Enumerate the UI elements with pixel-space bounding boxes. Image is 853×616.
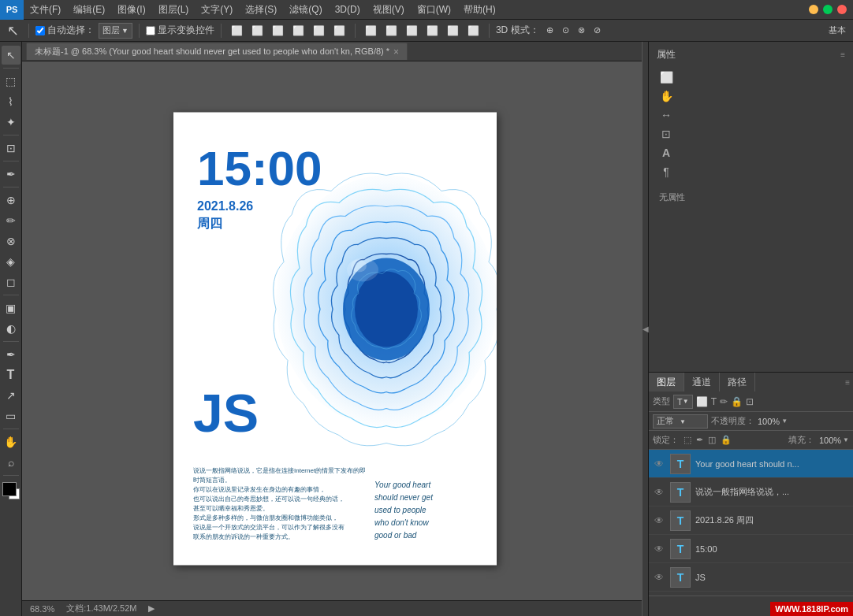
align-left[interactable]: ⬜ — [228, 22, 246, 39]
auto-select-checkbox[interactable]: 自动选择： — [35, 24, 95, 37]
dist-4[interactable]: ⬜ — [423, 22, 441, 39]
layer-item-4[interactable]: 👁 T JS — [649, 563, 853, 592]
right-tool-3[interactable]: ↔ — [657, 106, 676, 124]
align-bottom[interactable]: ⬜ — [330, 22, 348, 39]
menu-layer[interactable]: 图层(L) — [152, 0, 196, 19]
lock-all-btn[interactable]: 🔒 — [721, 435, 732, 445]
dist-6[interactable]: ⬜ — [464, 22, 482, 39]
auto-select-check[interactable] — [35, 26, 45, 35]
right-tool-para[interactable]: ¶ — [657, 162, 676, 181]
right-tool-text[interactable]: A — [657, 143, 676, 162]
properties-menu-icon[interactable]: ≡ — [840, 50, 845, 59]
tool-pen[interactable]: ✒ — [2, 345, 20, 364]
tool-clone[interactable]: ⊗ — [2, 232, 20, 250]
right-tool-2[interactable]: ✋ — [657, 87, 676, 106]
filter-icon-2[interactable]: T — [711, 396, 717, 407]
dist-2[interactable]: ⬜ — [382, 22, 400, 39]
3d-2[interactable]: ⊙ — [559, 22, 572, 39]
3d-1[interactable]: ⊕ — [543, 22, 557, 39]
align-top[interactable]: ⬜ — [289, 22, 307, 39]
tool-text[interactable]: T — [2, 366, 20, 384]
basic-button[interactable]: 基本 — [825, 22, 849, 39]
menu-image[interactable]: 图像(I) — [111, 0, 151, 19]
layer-eye-4[interactable]: 👁 — [653, 572, 665, 583]
tool-dodge[interactable]: ◐ — [2, 319, 20, 338]
show-transform-checkbox[interactable]: 显示变换控件 — [146, 24, 214, 37]
window-close[interactable] — [837, 5, 847, 14]
window-maximize[interactable] — [823, 5, 833, 14]
menu-help[interactable]: 帮助(H) — [457, 0, 502, 19]
filter-icon-1[interactable]: ⬜ — [696, 396, 708, 407]
tool-gradient[interactable]: ▣ — [2, 299, 20, 317]
foreground-color[interactable] — [2, 482, 20, 499]
status-arrow[interactable]: ▶ — [148, 603, 155, 614]
right-tool-1[interactable]: ⬜ — [657, 68, 676, 87]
menu-select[interactable]: 选择(S) — [239, 0, 283, 19]
opacity-control[interactable]: 100% ▼ — [758, 417, 788, 426]
layers-panel-menu[interactable]: ≡ — [845, 378, 850, 387]
layer-eye-0[interactable]: 👁 — [653, 458, 665, 469]
filter-dropdown[interactable]: T ▼ — [673, 395, 693, 409]
document-tab[interactable]: 未标题-1 @ 68.3% (Your good heart should ne… — [26, 43, 408, 60]
tab-channels[interactable]: 通道 — [684, 373, 720, 391]
align-center-h[interactable]: ⬜ — [248, 22, 266, 39]
tool-heal[interactable]: ⊕ — [2, 191, 20, 210]
filter-icon-4[interactable]: 🔒 — [731, 396, 743, 407]
menu-3d[interactable]: 3D(D) — [329, 0, 367, 19]
panel-collapse[interactable]: ◀ — [642, 42, 648, 616]
layer-item-1[interactable]: 👁 T 说说一般指网络说说，... — [649, 478, 853, 507]
lock-pixels-btn[interactable]: ⬚ — [684, 435, 691, 445]
3d-3[interactable]: ⊗ — [575, 22, 588, 39]
layer-eye-1[interactable]: 👁 — [653, 487, 665, 498]
menu-file[interactable]: 文件(F) — [24, 0, 67, 19]
align-right[interactable]: ⬜ — [269, 22, 287, 39]
tool-zoom[interactable]: ⌕ — [2, 453, 20, 472]
dist-1[interactable]: ⬜ — [362, 22, 380, 39]
right-tool-4[interactable]: ⊡ — [657, 124, 676, 143]
lock-artboard-btn[interactable]: ◫ — [708, 435, 716, 445]
align-center-v[interactable]: ⬜ — [310, 22, 328, 39]
move-tool-options[interactable]: ↖ — [4, 22, 22, 39]
doc-tab-close[interactable]: × — [393, 46, 399, 58]
layer-item-0[interactable]: 👁 T Your good heart should n... — [649, 450, 853, 478]
tool-hand[interactable]: ✋ — [2, 432, 20, 451]
fill-control[interactable]: 100% ▼ — [819, 436, 849, 445]
layer-eye-3[interactable]: 👁 — [653, 544, 665, 555]
3d-4[interactable]: ⊘ — [590, 22, 604, 39]
dist-5[interactable]: ⬜ — [444, 22, 462, 39]
tool-shape[interactable]: ▭ — [2, 406, 20, 425]
menu-edit[interactable]: 编辑(E) — [67, 0, 111, 19]
layer-item-2[interactable]: 👁 T 2021.8.26 周四 — [649, 507, 853, 535]
tool-history-brush[interactable]: ◈ — [2, 252, 20, 271]
tool-brush[interactable]: ✏ — [2, 211, 20, 230]
filter-dropdown-arrow: ▼ — [683, 398, 689, 405]
tool-eraser[interactable]: ◻ — [2, 273, 20, 291]
filter-icon-5[interactable]: ⊡ — [746, 396, 754, 407]
menu-filter[interactable]: 滤镜(Q) — [283, 0, 328, 19]
document-canvas[interactable]: 15:00 2021.8.26 周四 JS 说说一般指网络说说，它是指在连接In… — [173, 113, 497, 566]
tool-move[interactable]: ↖ — [2, 46, 20, 65]
menu-text[interactable]: 文字(Y) — [195, 0, 239, 19]
tool-lasso[interactable]: ⌇ — [2, 92, 20, 111]
clone-icon: ⊗ — [6, 235, 16, 247]
menu-window[interactable]: 窗口(W) — [411, 0, 457, 19]
layer-eye-2[interactable]: 👁 — [653, 515, 665, 526]
filter-icon-3[interactable]: ✏ — [720, 396, 728, 407]
show-transform-check[interactable] — [146, 26, 155, 35]
layer-select-dropdown[interactable]: 图层 ▼ — [99, 23, 132, 39]
menu-view[interactable]: 视图(V) — [367, 0, 411, 19]
dist-3[interactable]: ⬜ — [403, 22, 421, 39]
layer-item-3[interactable]: 👁 T 15:00 — [649, 535, 853, 563]
blend-mode-select[interactable]: 正常 ▼ — [653, 414, 708, 429]
tool-wand[interactable]: ✦ — [2, 113, 20, 132]
lock-position-btn[interactable]: ✒ — [696, 435, 703, 445]
tool-crop[interactable]: ⊡ — [2, 139, 20, 158]
tool-eyedropper[interactable]: ✒ — [2, 165, 20, 184]
tab-paths[interactable]: 路径 — [720, 373, 755, 391]
fg-color-box[interactable] — [2, 482, 17, 496]
poster-date-line2: 周四 — [197, 215, 253, 232]
window-minimize[interactable] — [809, 5, 818, 14]
tool-marquee[interactable]: ⬚ — [2, 72, 20, 91]
tool-path-select[interactable]: ↗ — [2, 386, 20, 405]
tab-layers[interactable]: 图层 — [649, 373, 684, 391]
